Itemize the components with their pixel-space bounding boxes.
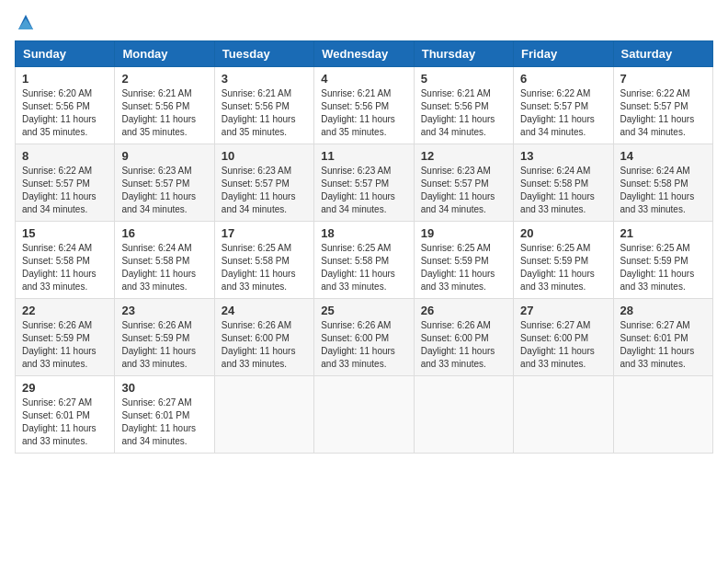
calendar-day-header: Tuesday — [214, 41, 313, 67]
sunrise-text: Sunrise: 6:24 AM — [22, 243, 92, 253]
day-number: 20 — [520, 226, 606, 240]
day-info: Sunrise: 6:23 AM Sunset: 5:57 PM Dayligh… — [121, 165, 207, 216]
day-number: 26 — [421, 304, 506, 317]
calendar-cell: 27 Sunrise: 6:27 AM Sunset: 6:00 PM Dayl… — [514, 299, 613, 376]
sunset-text: Sunset: 5:57 PM — [121, 178, 189, 189]
calendar-cell: 28 Sunrise: 6:27 AM Sunset: 6:01 PM Dayl… — [613, 299, 712, 376]
page-header — [15, 15, 713, 31]
calendar-cell: 23 Sunrise: 6:26 AM Sunset: 5:59 PM Dayl… — [115, 299, 214, 376]
calendar-cell: 6 Sunrise: 6:22 AM Sunset: 5:57 PM Dayli… — [514, 67, 613, 144]
logo-triangle-icon — [17, 13, 35, 31]
daylight-text: Daylight: 11 hours and 35 minutes. — [222, 114, 296, 137]
sunrise-text: Sunrise: 6:21 AM — [222, 88, 291, 98]
day-info: Sunrise: 6:25 AM Sunset: 5:58 PM Dayligh… — [222, 242, 307, 293]
sunrise-text: Sunrise: 6:27 AM — [620, 320, 690, 330]
day-number: 25 — [321, 304, 406, 317]
sunrise-text: Sunrise: 6:24 AM — [620, 166, 690, 176]
day-info: Sunrise: 6:26 AM Sunset: 5:59 PM Dayligh… — [22, 319, 108, 371]
daylight-text: Daylight: 11 hours and 33 minutes. — [121, 346, 196, 369]
day-info: Sunrise: 6:26 AM Sunset: 5:59 PM Dayligh… — [121, 319, 207, 371]
sunrise-text: Sunrise: 6:23 AM — [421, 166, 491, 176]
sunrise-text: Sunrise: 6:25 AM — [421, 243, 491, 253]
day-info: Sunrise: 6:26 AM Sunset: 6:00 PM Dayligh… — [421, 319, 506, 371]
calendar-cell: 22 Sunrise: 6:26 AM Sunset: 5:59 PM Dayl… — [16, 299, 115, 376]
sunset-text: Sunset: 5:58 PM — [22, 256, 90, 266]
calendar-day-header: Saturday — [613, 41, 712, 67]
day-info: Sunrise: 6:24 AM Sunset: 5:58 PM Dayligh… — [520, 165, 606, 216]
day-number: 5 — [421, 72, 506, 86]
calendar-cell: 30 Sunrise: 6:27 AM Sunset: 6:01 PM Dayl… — [115, 376, 214, 454]
sunrise-text: Sunrise: 6:21 AM — [321, 88, 391, 98]
svg-marker-1 — [18, 18, 33, 29]
day-number: 3 — [222, 72, 307, 86]
calendar-day-header: Wednesday — [314, 41, 414, 67]
calendar-week-row: 1 Sunrise: 6:20 AM Sunset: 5:56 PM Dayli… — [16, 67, 713, 144]
day-info: Sunrise: 6:23 AM Sunset: 5:57 PM Dayligh… — [222, 165, 307, 216]
sunset-text: Sunset: 5:59 PM — [421, 256, 489, 266]
day-info: Sunrise: 6:20 AM Sunset: 5:56 PM Dayligh… — [22, 87, 108, 139]
day-info: Sunrise: 6:21 AM Sunset: 5:56 PM Dayligh… — [421, 87, 506, 139]
sunset-text: Sunset: 5:58 PM — [321, 256, 389, 266]
sunset-text: Sunset: 5:58 PM — [520, 178, 588, 189]
calendar-cell: 15 Sunrise: 6:24 AM Sunset: 5:58 PM Dayl… — [16, 222, 115, 299]
day-info: Sunrise: 6:27 AM Sunset: 6:01 PM Dayligh… — [22, 396, 108, 448]
sunset-text: Sunset: 6:00 PM — [321, 333, 389, 343]
daylight-text: Daylight: 11 hours and 33 minutes. — [222, 346, 296, 369]
sunset-text: Sunset: 5:56 PM — [22, 101, 90, 111]
calendar-cell: 11 Sunrise: 6:23 AM Sunset: 5:57 PM Dayl… — [314, 144, 414, 222]
sunset-text: Sunset: 5:56 PM — [321, 101, 389, 111]
calendar-cell: 2 Sunrise: 6:21 AM Sunset: 5:56 PM Dayli… — [115, 67, 214, 144]
sunrise-text: Sunrise: 6:27 AM — [121, 397, 191, 408]
sunset-text: Sunset: 5:57 PM — [222, 178, 290, 189]
sunrise-text: Sunrise: 6:27 AM — [22, 397, 92, 408]
daylight-text: Daylight: 11 hours and 33 minutes. — [620, 269, 695, 292]
sunset-text: Sunset: 5:59 PM — [22, 333, 90, 343]
calendar-cell: 20 Sunrise: 6:25 AM Sunset: 5:59 PM Dayl… — [514, 222, 613, 299]
daylight-text: Daylight: 11 hours and 33 minutes. — [321, 269, 395, 292]
daylight-text: Daylight: 11 hours and 34 minutes. — [421, 191, 495, 214]
sunrise-text: Sunrise: 6:26 AM — [421, 320, 491, 330]
daylight-text: Daylight: 11 hours and 33 minutes. — [520, 346, 595, 369]
day-number: 29 — [22, 381, 108, 395]
sunset-text: Sunset: 5:59 PM — [620, 256, 688, 266]
day-info: Sunrise: 6:26 AM Sunset: 6:00 PM Dayligh… — [321, 319, 406, 371]
day-info: Sunrise: 6:21 AM Sunset: 5:56 PM Dayligh… — [121, 87, 207, 139]
day-info: Sunrise: 6:25 AM Sunset: 5:58 PM Dayligh… — [321, 242, 406, 293]
sunset-text: Sunset: 5:57 PM — [421, 178, 489, 189]
sunrise-text: Sunrise: 6:27 AM — [520, 320, 590, 330]
daylight-text: Daylight: 11 hours and 33 minutes. — [121, 269, 196, 292]
sunset-text: Sunset: 5:58 PM — [121, 256, 189, 266]
daylight-text: Daylight: 11 hours and 35 minutes. — [121, 114, 196, 137]
calendar-cell: 12 Sunrise: 6:23 AM Sunset: 5:57 PM Dayl… — [414, 144, 513, 222]
day-number: 27 — [520, 304, 606, 317]
day-number: 22 — [22, 304, 108, 317]
calendar-cell — [414, 376, 513, 454]
sunrise-text: Sunrise: 6:20 AM — [22, 88, 92, 98]
sunrise-text: Sunrise: 6:25 AM — [222, 243, 291, 253]
calendar-cell: 14 Sunrise: 6:24 AM Sunset: 5:58 PM Dayl… — [613, 144, 712, 222]
daylight-text: Daylight: 11 hours and 33 minutes. — [321, 346, 395, 369]
sunset-text: Sunset: 5:56 PM — [121, 101, 189, 111]
day-number: 17 — [222, 226, 307, 240]
daylight-text: Daylight: 11 hours and 33 minutes. — [22, 269, 97, 292]
day-info: Sunrise: 6:23 AM Sunset: 5:57 PM Dayligh… — [421, 165, 506, 216]
calendar-cell — [613, 376, 712, 454]
sunrise-text: Sunrise: 6:23 AM — [321, 166, 391, 176]
daylight-text: Daylight: 11 hours and 35 minutes. — [321, 114, 395, 137]
daylight-text: Daylight: 11 hours and 33 minutes. — [520, 269, 595, 292]
day-number: 18 — [321, 226, 406, 240]
calendar-header-row: SundayMondayTuesdayWednesdayThursdayFrid… — [16, 41, 713, 67]
daylight-text: Daylight: 11 hours and 33 minutes. — [620, 191, 695, 214]
sunset-text: Sunset: 5:57 PM — [520, 101, 588, 111]
daylight-text: Daylight: 11 hours and 34 minutes. — [620, 114, 695, 137]
calendar-cell: 19 Sunrise: 6:25 AM Sunset: 5:59 PM Dayl… — [414, 222, 513, 299]
daylight-text: Daylight: 11 hours and 34 minutes. — [520, 114, 595, 137]
logo — [15, 15, 35, 31]
day-number: 15 — [22, 226, 108, 240]
calendar-cell: 10 Sunrise: 6:23 AM Sunset: 5:57 PM Dayl… — [214, 144, 313, 222]
calendar-cell: 1 Sunrise: 6:20 AM Sunset: 5:56 PM Dayli… — [16, 67, 115, 144]
daylight-text: Daylight: 11 hours and 35 minutes. — [22, 114, 97, 137]
daylight-text: Daylight: 11 hours and 33 minutes. — [520, 191, 595, 214]
day-info: Sunrise: 6:25 AM Sunset: 5:59 PM Dayligh… — [520, 242, 606, 293]
calendar-cell: 25 Sunrise: 6:26 AM Sunset: 6:00 PM Dayl… — [314, 299, 414, 376]
